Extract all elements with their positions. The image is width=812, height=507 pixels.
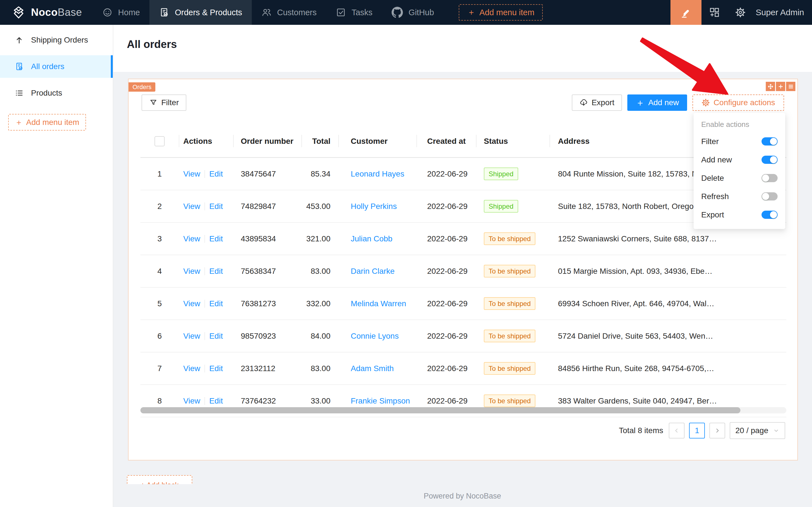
sidebar-menu: Shipping OrdersAll ordersProducts [0,29,113,104]
chevron-right-icon [714,427,721,434]
customers-icon [262,7,272,17]
view-link[interactable]: View [183,202,200,211]
configure-actions-button[interactable]: Configure actions [692,95,784,111]
customer-link[interactable]: Julian Cobb [351,234,393,243]
app-window: NocoBase HomeOrders & ProductsCustomersT… [0,0,812,507]
customer-link[interactable]: Adam Smith [351,364,394,373]
customer-link[interactable]: Frankie Simpson [351,396,410,405]
view-link[interactable]: View [183,267,200,276]
table-row: 5ViewEdit76381273332.00Melinda Warren202… [140,287,786,320]
status-badge: To be shipped [484,232,535,245]
toggle-refresh[interactable] [761,192,777,201]
block-tag: Orders [128,82,155,92]
edit-link[interactable]: Edit [209,364,223,373]
row-index: 2 [140,190,179,222]
orders-products-icon [159,7,169,17]
add-new-button[interactable]: ＋ Add new [627,95,687,111]
nav-item-orders-products[interactable]: Orders & Products [150,0,252,25]
toggle-add-new[interactable] [761,156,777,164]
previous-page-button[interactable] [669,423,685,439]
edit-link[interactable]: Edit [209,169,223,178]
view-link[interactable]: View [183,234,200,243]
list-icon [15,89,24,98]
sidebar-item-all-orders[interactable]: All orders [0,55,113,78]
plugins-icon-button[interactable] [701,0,728,25]
column-header-actions: Actions [179,125,233,158]
nav-item-home[interactable]: Home [93,0,150,25]
edit-link[interactable]: Edit [209,299,223,308]
enable-action-row-refresh: Refresh [694,187,785,206]
nav-item-github[interactable]: GitHub [382,0,444,25]
nav-item-tasks[interactable]: Tasks [326,0,382,25]
cloud-download-icon [579,98,588,107]
export-button[interactable]: Export [572,95,622,111]
ui-editor-button[interactable] [671,0,701,25]
select-all-checkbox[interactable] [155,136,165,146]
add-block-button[interactable]: + Add block [127,475,192,484]
total-cell: 83.00 [301,352,338,385]
edit-link[interactable]: Edit [209,202,223,211]
edit-link[interactable]: Edit [209,267,223,276]
next-page-button[interactable] [709,423,725,439]
select-all-header-cell [140,125,179,158]
toggle-delete[interactable] [761,174,777,182]
file-done-icon [15,62,24,71]
plus-icon: ＋ [15,117,23,128]
link-divider [205,364,205,373]
sidebar-item-shipping-orders[interactable]: Shipping Orders [0,29,113,51]
chevron-down-icon [773,427,779,434]
nav-item-customers[interactable]: Customers [252,0,326,25]
edit-link[interactable]: Edit [209,396,223,405]
plus-icon: ＋ [636,98,644,107]
table-row: 1ViewEdit3847564785.34Leonard Hayes2022-… [140,158,786,190]
column-header-total: Total [301,125,338,158]
customer-link[interactable]: Darin Clarke [351,267,395,276]
table-header-row: ActionsOrder numberTotalCustomerCreated … [140,125,786,158]
blocks-plus-icon [709,7,720,18]
block-menu-icon[interactable] [786,82,795,91]
main-menu: HomeOrders & ProductsCustomersTasksGitHu… [93,0,444,25]
page-number-button[interactable]: 1 [689,423,705,439]
filter-button[interactable]: Filter [141,95,186,111]
drag-handle-icon[interactable] [766,82,775,91]
created-at-cell: 2022-06-29 [416,352,476,385]
view-link[interactable]: View [183,169,200,178]
customer-link[interactable]: Melinda Warren [351,299,406,308]
toggle-filter[interactable] [761,137,777,146]
funnel-icon [149,98,158,107]
nav-add-menu-item-button[interactable]: ＋ Add menu item [459,4,543,20]
sidebar-add-menu-item-button[interactable]: ＋ Add menu item [8,114,86,130]
sidebar-item-products[interactable]: Products [0,82,113,104]
total-cell: 453.00 [301,190,338,222]
edit-link[interactable]: Edit [209,234,223,243]
column-header-created-at: Created at [416,125,476,158]
customer-link[interactable]: Leonard Hayes [351,169,404,178]
pagination: Total 8 items 1 20 / page [619,423,785,439]
view-link[interactable]: View [183,364,200,373]
settings-icon-button[interactable] [728,0,753,25]
enable-action-row-filter: Filter [694,132,785,151]
tasks-icon [336,7,346,17]
edit-link[interactable]: Edit [209,332,223,340]
view-link[interactable]: View [183,332,200,340]
toggle-export[interactable] [761,211,777,219]
user-menu[interactable]: Super Admin [753,8,812,17]
insert-block-icon[interactable] [776,82,785,91]
gear-icon [701,98,710,107]
column-header-order-number: Order number [233,125,301,158]
created-at-cell: 2022-06-29 [416,255,476,287]
enable-action-row-delete: Delete [694,169,785,187]
customer-link[interactable]: Holly Perkins [351,202,397,211]
created-at-cell: 2022-06-29 [416,158,476,190]
horizontal-scrollbar [140,407,786,413]
nocobase-logo[interactable]: NocoBase [0,5,93,20]
view-link[interactable]: View [183,396,200,405]
view-link[interactable]: View [183,299,200,308]
row-index: 4 [140,255,179,287]
customer-link[interactable]: Connie Lyons [351,332,399,340]
page-size-select[interactable]: 20 / page [730,422,785,439]
scrollbar-thumb[interactable] [140,407,740,413]
table-row: 4ViewEdit7563834783.00Darin Clarke2022-0… [140,255,786,287]
address-cell: 84856 Hirthe Run, Suite 268, 94754-6705,… [549,352,786,385]
pagination-total: Total 8 items [619,426,663,435]
